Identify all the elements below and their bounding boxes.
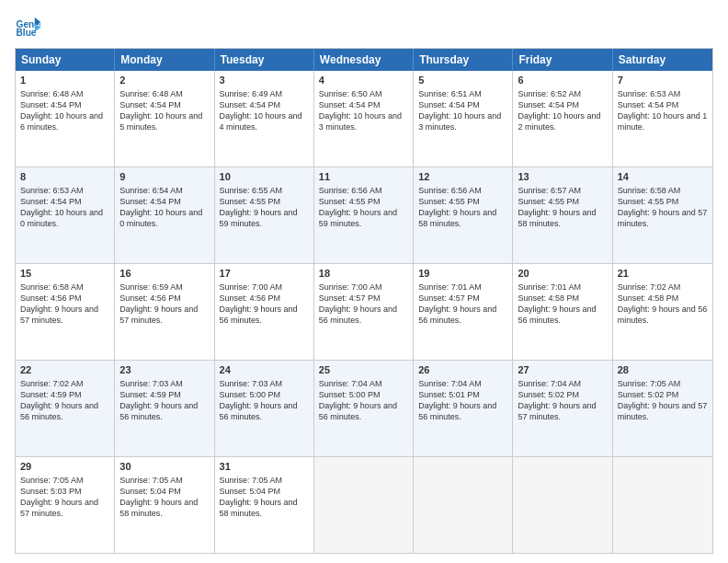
sunrise-label: Sunrise: 6:53 AM	[20, 186, 84, 195]
day-number: 1	[20, 74, 109, 87]
empty-cell	[414, 457, 513, 553]
calendar-row-3: 15Sunrise: 6:58 AMSunset: 4:56 PMDayligh…	[16, 264, 712, 361]
day-cell-27: 27Sunrise: 7:04 AMSunset: 5:02 PMDayligh…	[513, 361, 612, 456]
day-number: 3	[220, 74, 309, 87]
empty-cell	[314, 457, 414, 553]
daylight-label: Daylight: 10 hours and 0 minutes.	[119, 208, 202, 228]
day-number: 21	[618, 267, 708, 281]
day-cell-26: 26Sunrise: 7:04 AMSunset: 5:01 PMDayligh…	[414, 361, 513, 456]
sunrise-label: Sunrise: 6:48 AM	[119, 89, 183, 98]
sunset-label: Sunset: 4:56 PM	[220, 293, 281, 303]
daylight-label: Daylight: 9 hours and 58 minutes.	[518, 208, 596, 228]
daylight-label: Daylight: 9 hours and 56 minutes.	[418, 304, 496, 325]
daylight-label: Daylight: 9 hours and 57 minutes.	[20, 304, 98, 325]
sunset-label: Sunset: 4:56 PM	[119, 293, 181, 303]
sunrise-label: Sunrise: 6:58 AM	[618, 186, 681, 195]
sunrise-label: Sunrise: 7:04 AM	[518, 379, 581, 388]
calendar-header: SundayMondayTuesdayWednesdayThursdayFrid…	[16, 49, 712, 71]
sunset-label: Sunset: 4:54 PM	[119, 100, 181, 109]
sunrise-label: Sunrise: 6:48 AM	[20, 89, 84, 98]
day-cell-17: 17Sunrise: 7:00 AMSunset: 4:56 PMDayligh…	[215, 264, 314, 360]
day-number: 9	[119, 170, 209, 184]
day-cell-11: 11Sunrise: 6:56 AMSunset: 4:55 PMDayligh…	[314, 167, 414, 263]
daylight-label: Daylight: 9 hours and 56 minutes.	[618, 304, 708, 325]
day-cell-3: 3Sunrise: 6:49 AMSunset: 4:54 PMDaylight…	[215, 71, 314, 167]
header-cell-monday: Monday	[115, 49, 214, 71]
sunset-label: Sunset: 5:00 PM	[220, 390, 281, 399]
sunrise-label: Sunrise: 7:03 AM	[119, 379, 183, 388]
logo-icon: General Blue	[15, 15, 40, 40]
day-cell-25: 25Sunrise: 7:04 AMSunset: 5:00 PMDayligh…	[314, 361, 414, 456]
day-cell-20: 20Sunrise: 7:01 AMSunset: 4:58 PMDayligh…	[513, 264, 612, 360]
day-number: 24	[220, 363, 309, 377]
day-number: 29	[20, 460, 109, 474]
sunset-label: Sunset: 4:54 PM	[20, 197, 82, 206]
header-cell-tuesday: Tuesday	[215, 49, 314, 71]
day-cell-1: 1Sunrise: 6:48 AMSunset: 4:54 PMDaylight…	[16, 71, 115, 167]
header-cell-wednesday: Wednesday	[314, 49, 414, 71]
day-number: 19	[418, 267, 507, 281]
daylight-label: Daylight: 9 hours and 58 minutes.	[418, 208, 496, 228]
sunset-label: Sunset: 4:54 PM	[319, 100, 381, 109]
sunset-label: Sunset: 4:55 PM	[618, 197, 679, 206]
day-number: 27	[518, 363, 607, 377]
sunrise-label: Sunrise: 7:04 AM	[319, 379, 382, 388]
day-cell-2: 2Sunrise: 6:48 AMSunset: 4:54 PMDaylight…	[115, 71, 214, 167]
sunset-label: Sunset: 5:03 PM	[20, 487, 82, 496]
sunrise-label: Sunrise: 6:51 AM	[418, 89, 482, 98]
daylight-label: Daylight: 10 hours and 1 minute.	[618, 111, 708, 132]
sunrise-label: Sunrise: 7:02 AM	[20, 379, 84, 388]
day-cell-4: 4Sunrise: 6:50 AMSunset: 4:54 PMDaylight…	[314, 71, 414, 167]
daylight-label: Daylight: 10 hours and 5 minutes.	[119, 111, 202, 132]
day-number: 26	[418, 363, 507, 377]
sunset-label: Sunset: 5:02 PM	[518, 390, 579, 399]
sunrise-label: Sunrise: 7:05 AM	[119, 476, 183, 485]
sunset-label: Sunset: 4:54 PM	[518, 100, 579, 109]
day-cell-22: 22Sunrise: 7:02 AMSunset: 4:59 PMDayligh…	[16, 361, 115, 456]
day-number: 13	[518, 170, 607, 184]
daylight-label: Daylight: 9 hours and 57 minutes.	[20, 498, 98, 518]
sunrise-label: Sunrise: 7:05 AM	[618, 379, 681, 388]
daylight-label: Daylight: 9 hours and 59 minutes.	[220, 208, 298, 228]
day-number: 30	[119, 460, 209, 474]
day-cell-6: 6Sunrise: 6:52 AMSunset: 4:54 PMDaylight…	[513, 71, 612, 167]
daylight-label: Daylight: 10 hours and 3 minutes.	[418, 111, 501, 132]
sunrise-label: Sunrise: 7:02 AM	[618, 282, 681, 292]
sunrise-label: Sunrise: 6:53 AM	[618, 89, 681, 98]
sunrise-label: Sunrise: 6:49 AM	[220, 89, 283, 98]
day-cell-23: 23Sunrise: 7:03 AMSunset: 4:59 PMDayligh…	[115, 361, 214, 456]
daylight-label: Daylight: 9 hours and 56 minutes.	[418, 401, 496, 421]
day-cell-24: 24Sunrise: 7:03 AMSunset: 5:00 PMDayligh…	[215, 361, 314, 456]
day-number: 15	[20, 267, 109, 281]
daylight-label: Daylight: 9 hours and 57 minutes.	[618, 208, 708, 228]
calendar-body: 1Sunrise: 6:48 AMSunset: 4:54 PMDaylight…	[16, 71, 712, 553]
day-cell-15: 15Sunrise: 6:58 AMSunset: 4:56 PMDayligh…	[16, 264, 115, 360]
sunset-label: Sunset: 4:54 PM	[20, 100, 82, 109]
sunrise-label: Sunrise: 6:57 AM	[518, 186, 581, 195]
daylight-label: Daylight: 9 hours and 57 minutes.	[119, 304, 198, 325]
sunrise-label: Sunrise: 7:00 AM	[319, 282, 382, 292]
daylight-label: Daylight: 9 hours and 59 minutes.	[319, 208, 397, 228]
sunrise-label: Sunrise: 6:56 AM	[319, 186, 382, 195]
day-number: 16	[119, 267, 209, 281]
daylight-label: Daylight: 9 hours and 56 minutes.	[20, 401, 98, 421]
sunset-label: Sunset: 4:54 PM	[220, 100, 281, 109]
daylight-label: Daylight: 9 hours and 56 minutes.	[319, 401, 397, 421]
daylight-label: Daylight: 10 hours and 3 minutes.	[319, 111, 402, 132]
sunrise-label: Sunrise: 7:01 AM	[518, 282, 581, 292]
sunset-label: Sunset: 4:55 PM	[518, 197, 579, 206]
sunrise-label: Sunrise: 7:01 AM	[418, 282, 482, 292]
sunrise-label: Sunrise: 6:56 AM	[418, 186, 482, 195]
sunset-label: Sunset: 5:04 PM	[220, 487, 281, 496]
sunrise-label: Sunrise: 6:58 AM	[20, 282, 84, 292]
sunrise-label: Sunrise: 7:05 AM	[20, 476, 84, 485]
daylight-label: Daylight: 9 hours and 58 minutes.	[119, 498, 198, 518]
day-cell-8: 8Sunrise: 6:53 AMSunset: 4:54 PMDaylight…	[16, 167, 115, 263]
sunset-label: Sunset: 4:54 PM	[418, 100, 480, 109]
sunset-label: Sunset: 4:58 PM	[518, 293, 579, 303]
day-number: 11	[319, 170, 408, 184]
day-number: 18	[319, 267, 408, 281]
day-number: 28	[618, 363, 708, 377]
day-cell-12: 12Sunrise: 6:56 AMSunset: 4:55 PMDayligh…	[414, 167, 513, 263]
sunset-label: Sunset: 4:55 PM	[418, 197, 480, 206]
